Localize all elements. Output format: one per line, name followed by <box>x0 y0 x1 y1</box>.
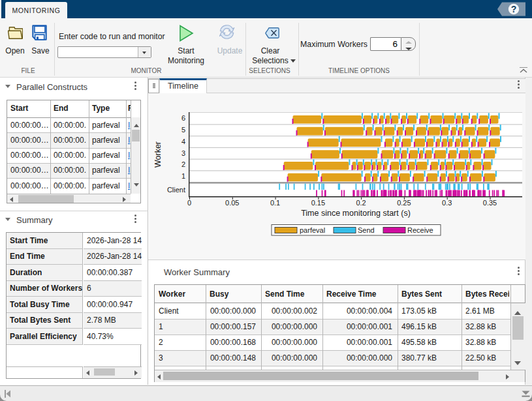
svg-text:0.25: 0.25 <box>397 199 411 207</box>
svg-text:5: 5 <box>181 126 185 134</box>
svg-text:Time since monitoring start (s: Time since monitoring start (s) <box>301 209 411 218</box>
svg-text:0.1: 0.1 <box>270 199 280 207</box>
svg-text:6: 6 <box>181 114 185 122</box>
svg-text:Receive: Receive <box>407 226 433 234</box>
svg-text:Send: Send <box>358 226 375 234</box>
svg-text:2: 2 <box>181 160 185 168</box>
svg-text:?: ? <box>511 4 517 14</box>
svg-text:0.15: 0.15 <box>311 199 325 207</box>
svg-text:0: 0 <box>187 199 191 207</box>
svg-text:Worker: Worker <box>153 141 163 168</box>
svg-text:parfeval: parfeval <box>300 226 325 234</box>
svg-text:0.35: 0.35 <box>483 199 497 207</box>
svg-text:4: 4 <box>181 138 185 145</box>
svg-text:0.05: 0.05 <box>225 199 239 207</box>
svg-text:0.3: 0.3 <box>442 199 452 207</box>
svg-text:Client: Client <box>167 186 185 194</box>
svg-text:0.2: 0.2 <box>356 199 366 207</box>
svg-text:3: 3 <box>181 149 185 157</box>
svg-text:1: 1 <box>181 172 185 180</box>
